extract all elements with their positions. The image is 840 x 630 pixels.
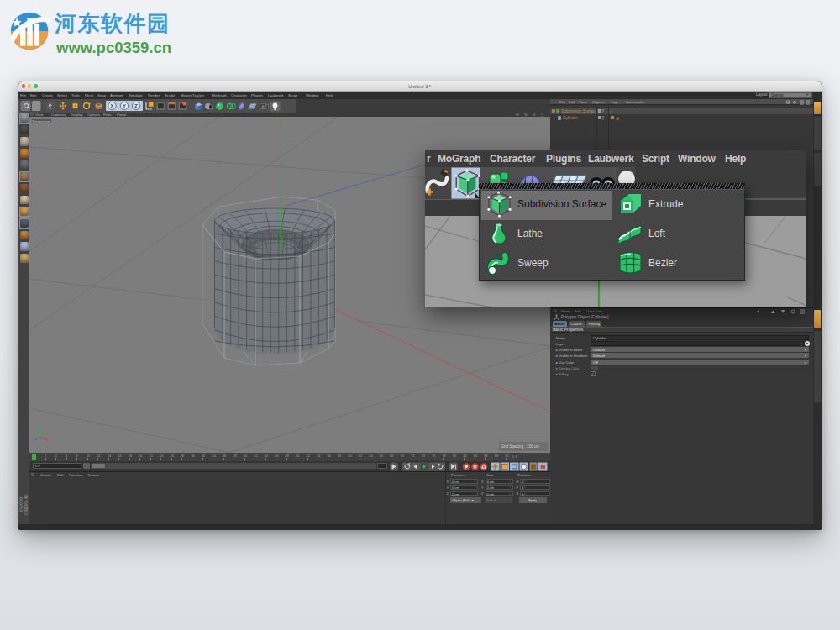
svg-text:X: X — [111, 103, 114, 108]
svg-text:Z: Z — [134, 103, 138, 108]
svg-text:Y: Y — [123, 103, 126, 108]
